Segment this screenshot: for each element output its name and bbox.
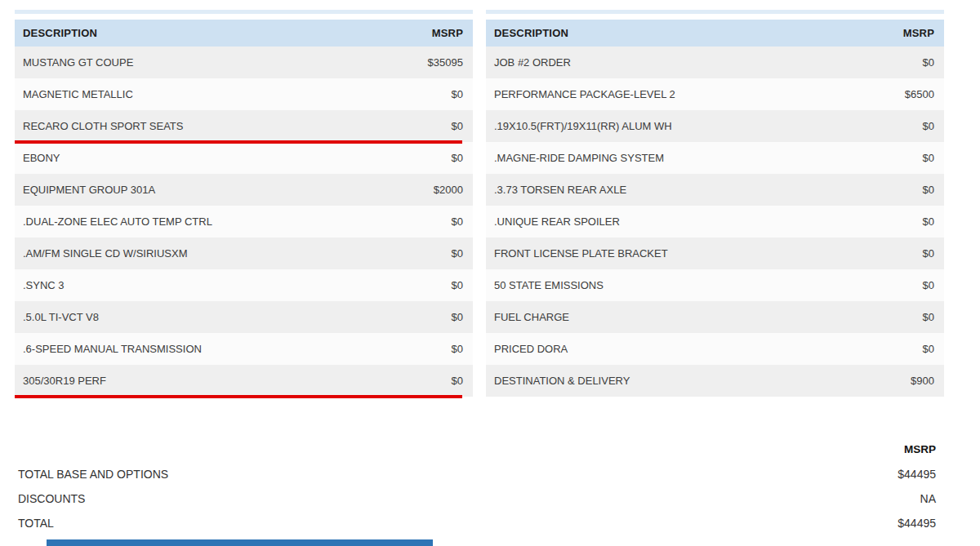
red-underline-annotation bbox=[15, 395, 462, 398]
table-row: .19X10.5(FRT)/19X11(RR) ALUM WH $0 bbox=[486, 110, 944, 142]
row-msrp-value: $0 bbox=[452, 120, 463, 132]
row-msrp-value: $0 bbox=[923, 215, 934, 228]
row-description: FUEL CHARGE bbox=[494, 311, 569, 323]
vehicle-packages-fees-table: DESCRIPTION MSRP JOB #2 ORDER $0 PERFORM… bbox=[486, 10, 944, 397]
row-description: FRONT LICENSE PLATE BRACKET bbox=[494, 247, 668, 260]
row-description: 305/30R19 PERF bbox=[23, 375, 106, 387]
row-msrp-value: $0 bbox=[452, 215, 463, 228]
summary-msrp-header: MSRP bbox=[18, 437, 936, 462]
row-msrp-value: $0 bbox=[923, 311, 934, 323]
table-header-row: DESCRIPTION MSRP bbox=[486, 20, 944, 47]
row-msrp-value: $0 bbox=[452, 343, 463, 355]
row-description: .DUAL-ZONE ELEC AUTO TEMP CTRL bbox=[23, 215, 212, 228]
row-msrp-value: $0 bbox=[923, 247, 934, 260]
table-row: PERFORMANCE PACKAGE-LEVEL 2 $6500 bbox=[486, 78, 944, 110]
red-underline-annotation bbox=[15, 140, 462, 144]
row-description: RECARO CLOTH SPORT SEATS bbox=[23, 120, 184, 132]
row-msrp-value: $0 bbox=[452, 375, 463, 387]
row-description: .3.73 TORSEN REAR AXLE bbox=[494, 184, 626, 196]
summary-value: $44495 bbox=[898, 511, 936, 535]
table-row: 50 STATE EMISSIONS $0 bbox=[486, 269, 944, 301]
row-description: EQUIPMENT GROUP 301A bbox=[23, 184, 155, 196]
table-row: .MAGNE-RIDE DAMPING SYSTEM $0 bbox=[486, 142, 944, 174]
table-row: MUSTANG GT COUPE $35095 bbox=[15, 47, 473, 78]
bottom-blue-bar bbox=[47, 539, 433, 546]
pricing-summary: MSRP TOTAL BASE AND OPTIONS $44495 DISCO… bbox=[18, 437, 936, 535]
row-msrp-value: $0 bbox=[452, 279, 463, 291]
row-msrp-value: $900 bbox=[911, 375, 934, 387]
row-description: EBONY bbox=[23, 152, 60, 164]
column-header-description: DESCRIPTION bbox=[494, 27, 568, 39]
row-msrp-value: $6500 bbox=[905, 88, 934, 100]
summary-label: TOTAL BASE AND OPTIONS bbox=[18, 462, 168, 486]
row-msrp-value: $0 bbox=[452, 311, 463, 323]
row-description: .AM/FM SINGLE CD W/SIRIUSXM bbox=[23, 247, 188, 260]
table-row: FRONT LICENSE PLATE BRACKET $0 bbox=[486, 237, 944, 269]
summary-label: DISCOUNTS bbox=[18, 486, 85, 511]
row-description: .5.0L TI-VCT V8 bbox=[23, 311, 99, 323]
table-row: .DUAL-ZONE ELEC AUTO TEMP CTRL $0 bbox=[15, 206, 473, 237]
table-top-strip bbox=[486, 10, 944, 14]
vehicle-base-options-table: DESCRIPTION MSRP MUSTANG GT COUPE $35095… bbox=[15, 10, 473, 397]
row-msrp-value: $0 bbox=[452, 152, 463, 164]
table-row: PRICED DORA $0 bbox=[486, 333, 944, 365]
row-description: JOB #2 ORDER bbox=[494, 56, 571, 69]
row-msrp-value: $0 bbox=[923, 120, 934, 132]
row-msrp-value: $0 bbox=[923, 184, 934, 196]
table-row: JOB #2 ORDER $0 bbox=[486, 47, 944, 78]
row-description: PERFORMANCE PACKAGE-LEVEL 2 bbox=[494, 88, 675, 100]
column-header-msrp: MSRP bbox=[432, 27, 463, 39]
row-msrp-value: $0 bbox=[923, 343, 934, 355]
row-description: PRICED DORA bbox=[494, 343, 568, 355]
table-row: DESTINATION & DELIVERY $900 bbox=[486, 365, 944, 397]
table-row: .SYNC 3 $0 bbox=[15, 269, 473, 301]
row-description: 50 STATE EMISSIONS bbox=[494, 279, 604, 291]
row-description: .MAGNE-RIDE DAMPING SYSTEM bbox=[494, 152, 664, 164]
table-header-row: DESCRIPTION MSRP bbox=[15, 20, 473, 47]
table-top-strip bbox=[15, 10, 473, 14]
row-description: .SYNC 3 bbox=[23, 279, 65, 291]
row-msrp-value: $0 bbox=[452, 88, 463, 100]
row-msrp-value: $0 bbox=[923, 152, 934, 164]
table-row: .6-SPEED MANUAL TRANSMISSION $0 bbox=[15, 333, 473, 365]
table-row: RECARO CLOTH SPORT SEATS $0 bbox=[15, 110, 473, 142]
row-description: .UNIQUE REAR SPOILER bbox=[494, 215, 620, 228]
summary-value: NA bbox=[920, 486, 936, 511]
table-row: .5.0L TI-VCT V8 $0 bbox=[15, 301, 473, 333]
column-header-msrp: MSRP bbox=[903, 27, 934, 39]
summary-row-total: TOTAL $44495 bbox=[18, 511, 936, 535]
table-row: 305/30R19 PERF $0 bbox=[15, 365, 473, 397]
summary-row-discounts: DISCOUNTS NA bbox=[18, 486, 936, 511]
row-description: DESTINATION & DELIVERY bbox=[494, 375, 630, 387]
row-msrp-value: $2000 bbox=[434, 184, 463, 196]
table-row: .UNIQUE REAR SPOILER $0 bbox=[486, 206, 944, 237]
summary-label: TOTAL bbox=[18, 511, 54, 535]
summary-row-total-base-and-options: TOTAL BASE AND OPTIONS $44495 bbox=[18, 462, 936, 486]
summary-value: $44495 bbox=[898, 462, 936, 486]
column-header-description: DESCRIPTION bbox=[23, 27, 97, 39]
row-msrp-value: $35095 bbox=[428, 56, 463, 69]
row-description: .19X10.5(FRT)/19X11(RR) ALUM WH bbox=[494, 120, 672, 132]
table-row: .3.73 TORSEN REAR AXLE $0 bbox=[486, 174, 944, 206]
table-row: EQUIPMENT GROUP 301A $2000 bbox=[15, 174, 473, 206]
row-msrp-value: $0 bbox=[452, 247, 463, 260]
table-row: EBONY $0 bbox=[15, 142, 473, 174]
row-description: MUSTANG GT COUPE bbox=[23, 56, 133, 69]
row-description: .6-SPEED MANUAL TRANSMISSION bbox=[23, 343, 202, 355]
order-pricing-page: DESCRIPTION MSRP MUSTANG GT COUPE $35095… bbox=[0, 0, 980, 546]
table-row: FUEL CHARGE $0 bbox=[486, 301, 944, 333]
row-description: MAGNETIC METALLIC bbox=[23, 88, 133, 100]
table-row: MAGNETIC METALLIC $0 bbox=[15, 78, 473, 110]
table-row: .AM/FM SINGLE CD W/SIRIUSXM $0 bbox=[15, 237, 473, 269]
row-msrp-value: $0 bbox=[923, 279, 934, 291]
row-msrp-value: $0 bbox=[923, 56, 934, 69]
